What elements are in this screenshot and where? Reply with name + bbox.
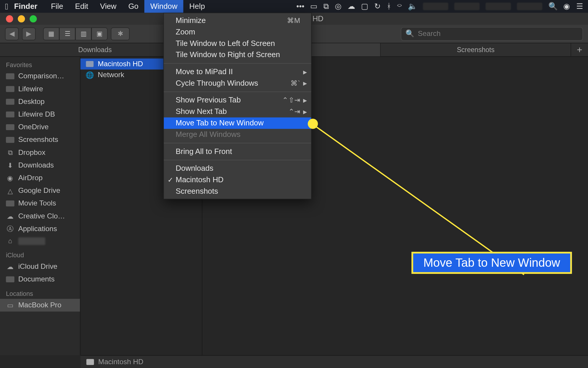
menu-item[interactable]: Downloads	[164, 163, 311, 174]
sidebar-item[interactable]: ⒶApplications	[0, 223, 80, 235]
menu-item[interactable]: Zoom	[164, 26, 311, 38]
sidebar-item[interactable]: ▭MacBook Pro	[0, 299, 80, 311]
menu-label: Move Tab to New Window	[176, 119, 264, 127]
back-button[interactable]: ◀	[5, 27, 19, 40]
menubar-status-area: ••• ▭ ⧉ ◎ ☁ ▢ ↻ ᚼ ⌔ 🔈 🔍 ◉ ☰	[296, 2, 583, 11]
sidebar-item[interactable]: ⬇Downloads	[0, 159, 80, 172]
timemachine-icon[interactable]: ↻	[374, 2, 381, 11]
cloud-icon[interactable]: ☁	[348, 2, 355, 11]
menu-go[interactable]: Go	[122, 0, 144, 13]
menu-view[interactable]: View	[94, 0, 122, 13]
submenu-arrow-icon: ▶	[303, 109, 307, 115]
status-blur	[486, 3, 511, 10]
finder-tab[interactable]: Screenshots	[381, 43, 571, 57]
menu-shortcut: ⌘M	[287, 16, 300, 25]
bluetooth-icon[interactable]: ᚼ	[387, 2, 391, 11]
menu-item[interactable]: Show Next Tab⌃⇥▶	[164, 106, 311, 117]
menu-edit[interactable]: Edit	[69, 0, 94, 13]
sidebar-item[interactable]: OneDrive	[0, 121, 80, 133]
dropbox-icon[interactable]: ⧉	[323, 2, 329, 11]
menu-separator	[164, 63, 311, 64]
menu-item[interactable]: Move to MiPad II▶	[164, 66, 311, 78]
sidebar-heading: Locations	[0, 286, 80, 299]
menu-item[interactable]: ✓Macintosh HD	[164, 174, 311, 186]
sidebar-label: Applications	[18, 225, 57, 233]
path-segment[interactable]: Macintosh HD	[98, 358, 143, 366]
close-button[interactable]	[6, 15, 13, 22]
menu-item[interactable]: Bring All to Front	[164, 146, 311, 157]
finder-tab[interactable]: Downloads	[0, 43, 190, 57]
folder-icon	[6, 123, 14, 131]
sidebar-item[interactable]: △Google Drive	[0, 184, 80, 197]
menu-label: Show Previous Tab	[176, 96, 241, 105]
laptop-icon: ▭	[6, 301, 14, 309]
sidebar-item[interactable]: ⌂	[0, 235, 80, 247]
cc-icon[interactable]: ◎	[335, 2, 342, 11]
search-icon: 🔍	[405, 29, 414, 38]
menu-item[interactable]: Minimize⌘M	[164, 15, 311, 26]
disk-icon	[86, 359, 94, 365]
overflow-icon[interactable]: •••	[296, 2, 304, 11]
arrange-button[interactable]: ✱	[111, 27, 129, 40]
minimize-button[interactable]	[18, 15, 25, 22]
sidebar-item[interactable]: Lifewire DB	[0, 108, 80, 121]
gallery-view-button[interactable]: ▣	[91, 27, 108, 40]
menu-item[interactable]: Show Previous Tab⌃⇧⇥▶	[164, 95, 311, 106]
menu-item[interactable]: Move Tab to New Window	[164, 117, 311, 129]
list-view-button[interactable]: ☰	[59, 27, 76, 40]
airplay-icon[interactable]: ▢	[361, 2, 368, 11]
sidebar-item[interactable]: Movie Tools	[0, 197, 80, 210]
search-field[interactable]: 🔍 Search	[401, 27, 583, 40]
sidebar-item[interactable]: ☁Creative Clo…	[0, 210, 80, 223]
menu-item[interactable]: Cycle Through Windows⌘`▶	[164, 77, 311, 89]
menu-item[interactable]: Screenshots	[164, 186, 311, 197]
menu-label: Downloads	[176, 164, 213, 173]
menu-shortcut: ⌃⇧⇥	[282, 96, 300, 105]
siri-icon[interactable]: ◉	[563, 2, 570, 11]
icon-view-button[interactable]: ▦	[43, 27, 59, 40]
submenu-arrow-icon: ▶	[303, 97, 307, 103]
download-icon: ⬇	[6, 162, 14, 169]
menu-window[interactable]: Window	[144, 0, 183, 13]
sidebar-label: Screenshots	[18, 136, 58, 144]
menu-label: Minimize	[176, 16, 206, 25]
apple-menu-icon[interactable]: 	[5, 1, 8, 11]
search-placeholder: Search	[418, 29, 441, 38]
sidebar-item[interactable]: Lifewire	[0, 83, 80, 95]
column-view-button[interactable]: ▥	[75, 27, 91, 40]
spotlight-icon[interactable]: 🔍	[548, 2, 558, 11]
menu-help[interactable]: Help	[183, 0, 211, 13]
menu-separator	[164, 92, 311, 92]
sidebar-item[interactable]: Comparison…	[0, 70, 80, 83]
sidebar-label: iCloud Drive	[18, 262, 57, 271]
menu-label: Merge All Windows	[176, 130, 240, 139]
menu-label: Tile Window to Left of Screen	[176, 39, 275, 48]
menu-item[interactable]: Tile Window to Right of Screen	[164, 49, 311, 61]
fullscreen-button[interactable]	[30, 15, 37, 22]
volume-icon[interactable]: 🔈	[408, 2, 417, 11]
menu-item[interactable]: Tile Window to Left of Screen	[164, 38, 311, 49]
notification-center-icon[interactable]: ☰	[576, 2, 583, 11]
sidebar-item[interactable]: Desktop	[0, 95, 80, 108]
sidebar-item[interactable]: ☁iCloud Drive	[0, 260, 80, 273]
sidebar-item[interactable]: Documents	[0, 273, 80, 286]
new-tab-button[interactable]: +	[571, 43, 588, 57]
path-bar: Macintosh HD	[81, 355, 588, 368]
menu-file[interactable]: File	[45, 0, 69, 13]
sidebar-item[interactable]: Screenshots	[0, 134, 80, 146]
item-label: Network	[98, 71, 124, 79]
menu-shortcut: ⌃⇥	[288, 107, 300, 116]
submenu-arrow-icon: ▶	[303, 69, 307, 75]
menu-label: Show Next Tab	[176, 107, 227, 116]
sidebar-item[interactable]: ⧉Dropbox	[0, 146, 80, 159]
annotation-text: Move Tab to New Window	[423, 256, 560, 269]
sidebar-item[interactable]: ◉AirDrop	[0, 172, 80, 184]
view-switcher: ▦ ☰ ▥ ▣	[43, 27, 108, 40]
forward-button[interactable]: ▶	[22, 27, 36, 40]
status-blur	[454, 3, 480, 10]
display-icon[interactable]: ▭	[310, 2, 317, 11]
app-name[interactable]: Finder	[14, 2, 37, 11]
sidebar-label: Lifewire	[18, 85, 43, 93]
sidebar-label: Creative Clo…	[18, 212, 65, 221]
wifi-icon[interactable]: ⌔	[397, 2, 402, 11]
